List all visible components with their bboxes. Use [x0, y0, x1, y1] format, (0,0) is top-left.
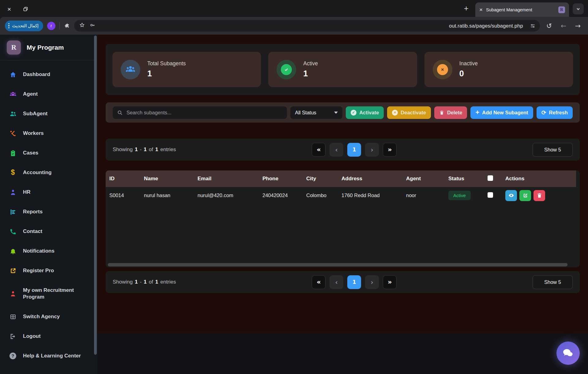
key-icon[interactable] [89, 22, 96, 29]
add-new-subagent-button[interactable]: + Add New Subagent [470, 106, 533, 119]
sidebar-item-my-own-recruitment-program[interactable]: My own Recruitment Program [0, 280, 97, 307]
cell-phone: 240420024 [259, 187, 303, 204]
search-input[interactable] [126, 110, 283, 116]
tab-favicon: R [558, 6, 565, 13]
url-text: out.ratib.sa/pages/subagent.php [449, 23, 523, 29]
sidebar-scrollbar[interactable] [94, 36, 97, 355]
showing-entries-text: Showing1-1of1entries [113, 279, 176, 285]
sidebar-item-workers[interactable]: Workers [0, 124, 97, 143]
profile-avatar[interactable]: r [47, 22, 55, 30]
sidebar: R My Program DashboardAgentSubAgentWorke… [0, 35, 97, 374]
prev-page-button[interactable]: ‹ [330, 275, 343, 289]
tab-close-icon[interactable]: × [479, 6, 483, 13]
sidebar-item-dashboard[interactable]: Dashboard [0, 65, 97, 84]
delete-button[interactable]: Delete [434, 106, 467, 119]
sidebar-item-register-pro[interactable]: Register Pro [0, 261, 97, 280]
back-icon[interactable]: ← [558, 22, 569, 30]
url-bar[interactable]: out.ratib.sa/pages/subagent.php [74, 20, 540, 32]
sidebar-item-label: Dashboard [23, 71, 50, 78]
stat-value: 1 [303, 69, 318, 78]
extensions-puzzle-icon[interactable] [64, 23, 70, 29]
brand-logo: R [7, 40, 21, 55]
sidebar-item-reports[interactable]: Reports [0, 202, 97, 222]
sidebar-item-label: Help & Learning Center [23, 353, 81, 359]
sidebar-item-label: Accounting [23, 169, 52, 176]
cell-address: 1760 Redd Road [338, 187, 402, 204]
logout-icon [9, 333, 17, 340]
reload-icon[interactable]: ↺ [544, 22, 554, 30]
browser-tab[interactable]: × Subagent Management R [475, 2, 569, 17]
prev-page-button[interactable]: ‹ [330, 143, 343, 157]
sidebar-item-subagent[interactable]: SubAgent [0, 104, 97, 124]
next-page-button[interactable]: › [365, 275, 379, 289]
sidebar-item-logout[interactable]: Logout [0, 326, 97, 346]
last-page-button[interactable]: » [383, 143, 397, 157]
row-checkbox[interactable] [488, 192, 493, 198]
subagents-table-panel: IDNameEmailPhoneCityAddressAgentStatusAc… [106, 170, 580, 267]
delete-button[interactable] [533, 190, 545, 201]
tab-list-button[interactable] [573, 3, 584, 14]
browser-update-button[interactable]: إكمال التحديث [5, 21, 43, 31]
site-settings-icon[interactable] [527, 21, 538, 30]
horizontal-scrollbar[interactable] [108, 263, 567, 266]
cell-actions [502, 187, 576, 204]
stat-label: Inactive [459, 60, 478, 67]
showing-entries-text: Showing1-1of1entries [113, 147, 176, 153]
current-page-button[interactable]: 1 [347, 275, 361, 289]
column-header-address: Address [338, 170, 402, 187]
table-header-row: IDNameEmailPhoneCityAddressAgentStatusAc… [106, 170, 576, 187]
cell-name: nurul hasan [140, 187, 194, 204]
pagination-top: Showing1-1of1entries « ‹ 1 › » Show 5 [106, 139, 580, 161]
table-row: S0014nurul hasannurul@420.com240420024Co… [106, 187, 576, 204]
sidebar-item-notifications[interactable]: Notifications [0, 241, 97, 261]
first-page-button[interactable]: « [312, 143, 326, 157]
new-tab-button[interactable]: + [464, 4, 475, 17]
stat-icon-circle [277, 60, 296, 79]
chat-fab-button[interactable] [556, 342, 580, 365]
stat-icon-circle [433, 60, 452, 79]
stat-card-inactive: Inactive0 [424, 52, 573, 87]
first-page-button[interactable]: « [312, 275, 326, 289]
sidebar-item-agent[interactable]: Agent [0, 84, 97, 104]
sidebar-item-help-learning-center[interactable]: ?Help & Learning Center [0, 346, 97, 366]
select-all-checkbox[interactable] [488, 175, 493, 181]
bar-chart-icon [9, 208, 17, 216]
stat-label: Active [303, 60, 318, 67]
status-filter-select[interactable]: All Status [290, 106, 342, 119]
help-icon: ? [9, 353, 17, 359]
refresh-button[interactable]: ⟳ Refresh [537, 106, 573, 119]
window-close-icon[interactable]: × [7, 7, 11, 11]
forward-icon[interactable]: → [573, 22, 583, 30]
last-page-button[interactable]: » [383, 275, 397, 289]
sidebar-item-cases[interactable]: Cases [0, 143, 97, 163]
current-page-button[interactable]: 1 [347, 143, 361, 157]
page-buttons: « ‹ 1 › » [312, 143, 397, 157]
show-count-button[interactable]: Show 5 [533, 275, 573, 289]
brand: R My Program [0, 35, 97, 60]
bookmark-star-icon[interactable] [79, 22, 85, 29]
sidebar-item-accounting[interactable]: $Accounting [0, 163, 97, 182]
deactivate-button[interactable]: × Deactivate [387, 106, 431, 119]
check-circle-icon: ✓ [351, 110, 356, 116]
edit-button[interactable] [519, 190, 531, 201]
stats-panel: Total Subagents1Active1Inactive0 [106, 44, 580, 95]
next-page-button[interactable]: › [365, 143, 379, 157]
sidebar-item-contact[interactable]: Contact [0, 222, 97, 241]
grid-icon [9, 313, 17, 320]
cell-checkbox [484, 187, 502, 204]
show-count-button[interactable]: Show 5 [533, 143, 573, 157]
activate-button[interactable]: ✓ Activate [346, 106, 384, 119]
subagents-table: IDNameEmailPhoneCityAddressAgentStatusAc… [106, 170, 576, 204]
column-header-actions: Actions [502, 170, 576, 187]
x-circle-icon: × [392, 110, 398, 116]
sidebar-item-switch-agency[interactable]: Switch Agency [0, 307, 97, 326]
tools-icon [9, 130, 17, 137]
view-button[interactable] [505, 190, 517, 201]
window-restore-icon[interactable] [23, 7, 28, 11]
phone-icon [9, 228, 17, 235]
stat-icon-circle [121, 60, 140, 79]
stat-card-total: Total Subagents1 [112, 52, 261, 87]
search-box[interactable] [113, 106, 287, 119]
sidebar-item-hr[interactable]: HR [0, 182, 97, 202]
sidebar-item-label: HR [23, 189, 31, 196]
